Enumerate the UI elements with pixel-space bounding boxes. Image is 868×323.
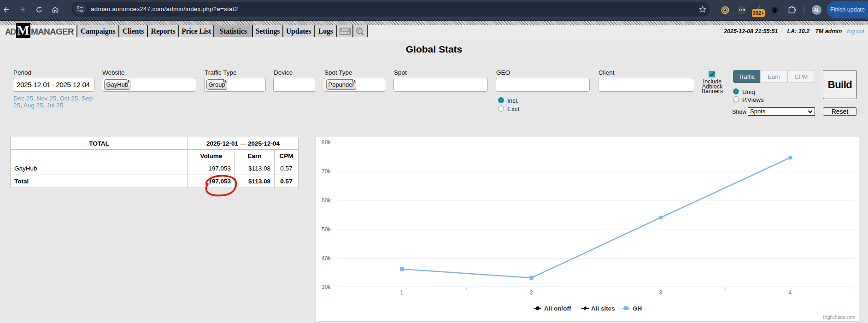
svg-text:80k: 80k [322, 139, 331, 146]
svg-text:Highcharts.com: Highcharts.com [823, 315, 855, 320]
svg-text:30k: 30k [322, 284, 331, 290]
svg-text:40k: 40k [322, 255, 331, 262]
svg-text:3: 3 [659, 289, 663, 296]
svg-text:60k: 60k [322, 197, 331, 204]
svg-text:GH: GH [633, 305, 642, 312]
svg-text:2: 2 [530, 289, 533, 296]
svg-text:4: 4 [789, 289, 792, 296]
svg-text:1: 1 [400, 289, 404, 296]
svg-text:All on/off: All on/off [544, 305, 571, 312]
svg-text:All sites: All sites [591, 305, 615, 312]
svg-text:50k: 50k [322, 226, 331, 233]
svg-text:70k: 70k [322, 168, 331, 175]
